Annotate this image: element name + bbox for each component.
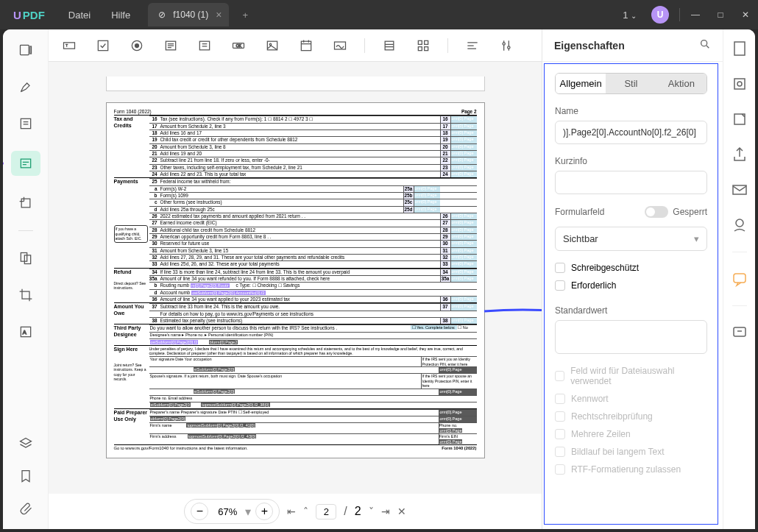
mail-icon[interactable] [731, 181, 748, 199]
svg-text:A: A [22, 329, 26, 336]
tab-icon: ⊘ [158, 10, 166, 20]
edit-text-icon[interactable] [15, 114, 37, 133]
default-textarea[interactable] [555, 320, 707, 354]
tooltip-input[interactable] [555, 171, 707, 194]
svg-rect-2 [21, 118, 30, 128]
field-chip[interactable]: ostSubform[0].Page2[0].f2 [150, 340, 199, 344]
zoom-dropdown-icon[interactable]: ▾ [245, 505, 251, 519]
first-page-button[interactable]: ⇤ [287, 506, 296, 517]
feedback-icon[interactable] [731, 324, 748, 341]
svg-rect-34 [734, 274, 745, 283]
rtf-checkbox: RTF-Formatierung zulassen [555, 464, 707, 475]
svg-rect-14 [199, 41, 209, 50]
svg-rect-19 [301, 41, 311, 50]
highlighter-icon[interactable] [15, 77, 37, 96]
radio-tool-icon[interactable] [127, 36, 146, 55]
tab-general[interactable]: Allgemein [556, 74, 606, 93]
crop-icon[interactable] [15, 285, 37, 305]
tab-action[interactable]: Aktion [656, 74, 706, 93]
maximize-button[interactable]: □ [708, 10, 733, 20]
svg-rect-0 [20, 45, 29, 54]
document-tab[interactable]: ⊘ f1040 (1) × [148, 3, 229, 26]
minimize-button[interactable]: ― [683, 10, 708, 20]
close-toolbar-button[interactable]: ✕ [397, 506, 406, 517]
new-tab-button[interactable]: + [236, 10, 254, 21]
svg-rect-32 [733, 185, 746, 194]
ocr-icon[interactable]: A [15, 322, 37, 341]
bottom-bar: − ▾ + ⇤ ˄ / 2 ˅ ⇥ ✕ [49, 494, 542, 529]
svg-rect-29 [734, 42, 745, 55]
user-avatar[interactable]: U [651, 6, 669, 24]
locked-toggle[interactable] [645, 206, 668, 218]
layers-icon[interactable] [15, 434, 37, 453]
callout-arrow [483, 304, 542, 319]
page-nav: ⇤ ˄ / 2 ˅ ⇥ ✕ [287, 504, 405, 519]
bookmark-icon[interactable] [15, 467, 37, 486]
svg-point-27 [508, 46, 510, 48]
zoom-out-button[interactable]: − [191, 503, 208, 520]
signature-tool-icon[interactable] [330, 36, 350, 55]
date-tool-icon[interactable] [297, 36, 316, 55]
required-checkbox[interactable]: Erforderlich [555, 280, 707, 291]
svg-point-26 [503, 42, 505, 44]
pdf-page: Form 1040 (2022)Page 2 Tax and Credits 1… [106, 102, 485, 458]
button-tool-icon[interactable]: OK [229, 36, 248, 55]
grid-tool-icon[interactable] [414, 36, 433, 55]
align-tool-icon[interactable] [463, 36, 482, 55]
folder-icon[interactable] [731, 110, 748, 128]
zoom-input[interactable] [213, 506, 242, 517]
properties-panel: Eigenschaften Allgemein Stil Aktion Name… [542, 29, 723, 529]
tab-close-icon[interactable]: × [216, 9, 222, 21]
default-label: Standardwert [555, 305, 707, 316]
fileselect-checkbox: Feld wird für Dateiauswahl verwendet [555, 366, 707, 386]
listbox-tool-icon[interactable] [195, 36, 214, 55]
page-icon[interactable] [731, 40, 748, 57]
search-icon[interactable] [699, 38, 711, 52]
readonly-checkbox[interactable]: Schreibgeschützt [555, 263, 707, 273]
svg-rect-30 [734, 79, 745, 89]
titlebar: UPDF Datei Hilfe ⊘ f1040 (1) × + 1 ⌄ U ―… [0, 0, 758, 29]
settings-tool-icon[interactable] [497, 36, 516, 55]
svg-rect-3 [21, 159, 30, 168]
last-page-button[interactable]: ⇥ [381, 506, 390, 517]
zoom-in-button[interactable]: + [255, 503, 273, 520]
svg-text:OK: OK [236, 43, 242, 47]
crop-tool-icon[interactable] [15, 194, 37, 213]
titlebar-pagecount[interactable]: 1 ⌄ [615, 10, 644, 21]
page-organize-icon[interactable] [15, 249, 37, 268]
share-icon[interactable] [731, 146, 748, 163]
prev-page-button[interactable]: ˄ [303, 506, 308, 517]
thumbnails-icon[interactable] [15, 40, 37, 60]
list-tool-icon[interactable] [380, 36, 399, 55]
locked-label: Gesperrt [673, 207, 707, 217]
menu-help[interactable]: Hilfe [101, 10, 141, 21]
chat-icon[interactable] [731, 270, 748, 288]
menu-file[interactable]: Datei [58, 10, 101, 21]
save-icon[interactable] [731, 216, 748, 234]
name-label: Name [555, 106, 707, 116]
attachment-icon[interactable] [15, 499, 37, 518]
selected-field[interactable]: ostSubform[0].Page2[0].AccountNo[0].f2 [191, 291, 265, 295]
name-input[interactable] [555, 121, 707, 144]
visibility-select[interactable]: Sichtbar▾ [555, 227, 707, 251]
spellcheck-checkbox: Rechtschreibprüfung [555, 411, 707, 422]
password-checkbox: Kennwort [555, 394, 707, 404]
multiline-checkbox: Mehrere Zeilen [555, 429, 707, 439]
tab-title: f1040 (1) [173, 10, 208, 20]
tooltip-label: Kurzinfo [555, 156, 707, 166]
stamp-icon[interactable] [731, 75, 748, 93]
form-field-icon[interactable] [11, 151, 40, 176]
textfield-tool-icon[interactable] [60, 36, 79, 55]
page-input[interactable] [316, 504, 336, 519]
document-canvas[interactable]: Form 1040 (2022)Page 2 Tax and Credits 1… [49, 62, 542, 494]
close-window-button[interactable]: ✕ [733, 10, 758, 20]
image-tool-icon[interactable] [263, 36, 282, 55]
dropdown-tool-icon[interactable] [161, 36, 180, 55]
tab-style[interactable]: Stil [606, 74, 656, 93]
svg-rect-21 [385, 41, 394, 50]
checkbox-tool-icon[interactable] [93, 36, 113, 55]
svg-rect-20 [335, 42, 346, 49]
svg-rect-24 [418, 46, 422, 50]
svg-rect-35 [734, 327, 745, 336]
next-page-button[interactable]: ˅ [369, 506, 374, 517]
